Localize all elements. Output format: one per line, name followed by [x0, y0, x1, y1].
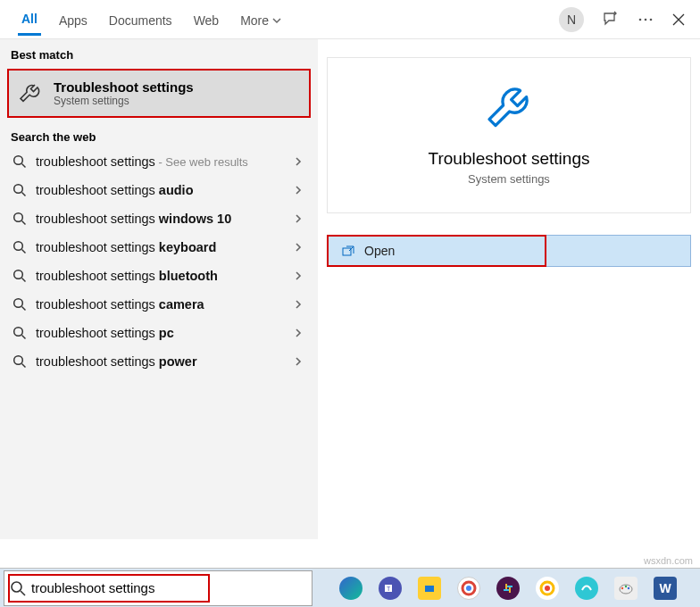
chevron-down-icon: [272, 16, 281, 25]
svg-point-19: [545, 586, 550, 591]
chevron-right-icon: [293, 356, 304, 367]
taskbar-app-icon[interactable]: [575, 577, 598, 600]
taskbar-paint-icon[interactable]: [614, 577, 638, 600]
chevron-right-icon: [293, 156, 304, 167]
search-icon: [12, 269, 27, 283]
tab-more[interactable]: More: [237, 3, 285, 36]
chevron-right-icon: [293, 299, 304, 310]
tab-documents[interactable]: Documents: [105, 3, 176, 36]
web-result-item[interactable]: troubleshoot settings - See web results: [0, 147, 318, 176]
svg-point-7: [14, 270, 23, 279]
web-result-text: troubleshoot settings pc: [36, 326, 293, 340]
web-result-text: troubleshoot settings audio: [36, 183, 293, 197]
svg-point-1: [645, 18, 647, 21]
taskbar-teams-icon[interactable]: T: [379, 577, 402, 600]
feedback-icon[interactable]: [602, 11, 620, 29]
taskbar-explorer-icon[interactable]: [418, 577, 441, 600]
web-result-item[interactable]: troubleshoot settings bluetooth: [0, 262, 318, 290]
search-box[interactable]: [4, 570, 312, 606]
svg-point-3: [14, 156, 23, 165]
svg-point-23: [628, 586, 629, 588]
svg-point-5: [14, 213, 23, 222]
web-result-text: troubleshoot settings windows 10: [36, 212, 293, 226]
svg-point-6: [14, 242, 23, 251]
main-content: Best match Troubleshoot settings System …: [0, 39, 700, 539]
open-icon: [341, 244, 355, 258]
tab-web[interactable]: Web: [190, 3, 223, 36]
svg-point-0: [639, 18, 642, 21]
search-icon: [12, 326, 27, 340]
user-avatar[interactable]: N: [559, 7, 584, 32]
web-result-item[interactable]: troubleshoot settings windows 10: [0, 204, 318, 233]
more-options-icon[interactable]: [638, 12, 654, 28]
scope-tabs: All Apps Documents Web More: [9, 3, 559, 36]
taskbar: T W: [312, 569, 700, 607]
best-match-subtitle: System settings: [54, 95, 194, 107]
web-result-text: troubleshoot settings camera: [36, 297, 293, 312]
web-result-item[interactable]: troubleshoot settings audio: [0, 176, 318, 204]
results-pane: Best match Troubleshoot settings System …: [0, 39, 318, 539]
taskbar-chrome-icon[interactable]: [457, 577, 480, 600]
svg-rect-11: [343, 248, 351, 255]
chevron-right-icon: [293, 185, 304, 195]
preview-card: Troubleshoot settings System settings: [327, 57, 691, 213]
search-icon: [12, 240, 27, 254]
search-icon: [12, 154, 27, 169]
best-match-label: Best match: [0, 39, 318, 65]
svg-point-4: [14, 185, 23, 194]
top-bar: All Apps Documents Web More N: [0, 0, 700, 39]
best-match-item[interactable]: Troubleshoot settings System settings: [7, 69, 311, 118]
best-match-text: Troubleshoot settings System settings: [54, 79, 194, 107]
close-icon[interactable]: [671, 12, 686, 27]
wrench-icon: [16, 80, 43, 107]
svg-point-17: [466, 586, 471, 591]
search-icon: [12, 212, 27, 226]
action-spacer[interactable]: [546, 235, 691, 267]
web-result-item[interactable]: troubleshoot settings pc: [0, 319, 318, 347]
web-result-item[interactable]: troubleshoot settings power: [0, 347, 318, 376]
taskbar-chrome-canary-icon[interactable]: [536, 577, 559, 600]
preview-pane: Troubleshoot settings System settings Op…: [318, 39, 700, 539]
search-icon: [12, 183, 27, 197]
web-result-text: troubleshoot settings bluetooth: [36, 269, 293, 283]
svg-point-9: [14, 328, 23, 337]
open-label: Open: [364, 244, 395, 258]
svg-point-2: [650, 18, 653, 21]
preview-title: Troubleshoot settings: [429, 149, 590, 169]
chevron-right-icon: [293, 242, 304, 253]
open-button[interactable]: Open: [327, 235, 546, 267]
svg-point-10: [14, 356, 23, 365]
web-result-text: troubleshoot settings power: [36, 354, 293, 369]
wrench-icon: [480, 79, 538, 137]
search-icon: [10, 580, 24, 596]
tab-apps[interactable]: Apps: [55, 3, 91, 36]
chevron-right-icon: [293, 213, 304, 224]
watermark: wsxdn.com: [644, 555, 693, 566]
preview-actions: Open: [327, 235, 691, 267]
chevron-right-icon: [293, 270, 304, 281]
bottom-bar: T W: [0, 568, 700, 607]
tab-all[interactable]: All: [18, 3, 41, 36]
svg-point-12: [12, 582, 21, 592]
taskbar-slack-icon[interactable]: [496, 577, 520, 600]
web-result-text: troubleshoot settings - See web results: [36, 154, 293, 169]
web-result-item[interactable]: troubleshoot settings keyboard: [0, 233, 318, 262]
taskbar-word-icon[interactable]: W: [654, 577, 677, 600]
taskbar-edge-icon[interactable]: [339, 577, 362, 600]
svg-point-22: [625, 585, 627, 586]
search-icon: [12, 297, 27, 312]
search-web-label: Search the web: [0, 121, 318, 147]
top-right-controls: N: [559, 7, 691, 32]
best-match-title: Troubleshoot settings: [54, 79, 194, 95]
web-result-item[interactable]: troubleshoot settings camera: [0, 290, 318, 319]
chevron-right-icon: [293, 328, 304, 338]
svg-rect-15: [425, 586, 434, 592]
search-input[interactable]: [31, 580, 312, 595]
search-icon: [12, 354, 27, 369]
svg-point-21: [621, 586, 623, 588]
web-result-text: troubleshoot settings keyboard: [36, 240, 293, 254]
preview-subtitle: System settings: [468, 172, 550, 186]
svg-point-8: [14, 299, 23, 308]
web-result-list: troubleshoot settings - See web resultst…: [0, 147, 318, 376]
svg-text:T: T: [387, 586, 391, 592]
